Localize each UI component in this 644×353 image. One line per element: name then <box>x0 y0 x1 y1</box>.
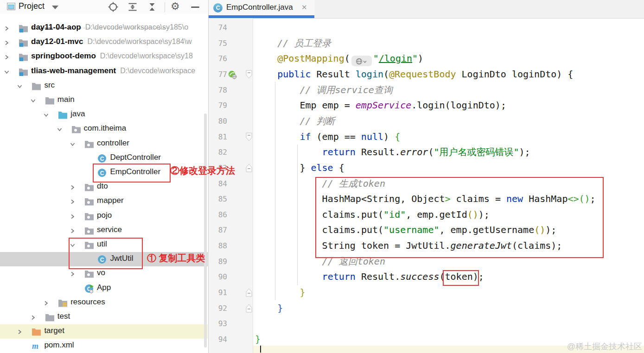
fold-marker-up-icon[interactable] <box>246 288 252 299</box>
tree-item-com-itheima[interactable]: com.itheima <box>0 122 208 136</box>
locate-icon[interactable] <box>108 2 118 12</box>
code-token: { <box>395 131 400 142</box>
chevron-collapsed-icon[interactable] <box>4 54 10 62</box>
code-token: @PostMapping <box>277 53 344 64</box>
endpoint-hint-pill[interactable] <box>351 56 372 66</box>
chevron-expanded-icon[interactable] <box>30 97 36 106</box>
fold-marker-up-icon[interactable] <box>246 164 252 174</box>
fold-marker-down-icon[interactable] <box>246 70 252 81</box>
tree-item-label: DeptController <box>110 153 161 162</box>
chevron-expanded-icon[interactable] <box>57 126 63 134</box>
chevron-collapsed-icon[interactable] <box>70 271 76 279</box>
chevron-collapsed-icon[interactable] <box>4 39 10 48</box>
line-number: 81 <box>209 129 227 145</box>
line-number: 74 <box>209 20 227 36</box>
chevron-collapsed-icon[interactable] <box>70 227 76 236</box>
tree-item-controller[interactable]: controller <box>0 137 208 151</box>
code-token: /login <box>379 53 412 64</box>
module-icon <box>19 67 28 76</box>
code-line-77[interactable]: public Result login(@RequestBody LoginDt… <box>255 67 573 82</box>
tree-item-resources[interactable]: resources <box>0 296 208 310</box>
tree-item-target[interactable]: target <box>0 324 208 339</box>
spring-mapping-icon[interactable] <box>228 70 237 81</box>
annotation-step1-label: ① 复制工具类 <box>147 252 205 265</box>
tree-item-main[interactable]: main <box>0 93 208 107</box>
chevron-expanded-icon[interactable] <box>17 83 23 91</box>
module-icon <box>19 38 28 46</box>
collapse-all-icon[interactable] <box>147 2 157 12</box>
line-number: 80 <box>209 113 227 129</box>
line-number: 87 <box>209 222 227 238</box>
code-token: ) <box>383 131 395 142</box>
resfolder-icon <box>58 298 67 307</box>
tree-scrollbar[interactable] <box>204 113 207 347</box>
code-token: ) <box>418 53 423 64</box>
code-line-78[interactable]: // 调用service查询 <box>255 82 393 98</box>
tree-item-label: controller <box>97 139 129 148</box>
tree-item-java[interactable]: java <box>0 107 208 122</box>
panel-title[interactable]: Project <box>19 1 45 11</box>
tree-item-label: vo <box>97 268 105 277</box>
tree-item-label: main <box>57 95 75 104</box>
line-number: 93 <box>209 316 227 332</box>
line-number: 91 <box>209 285 227 301</box>
fold-marker-down-icon[interactable] <box>246 132 252 143</box>
chevron-collapsed-icon[interactable] <box>70 198 76 207</box>
tree-item-tlias-web-management[interactable]: tlias-web-managementD:\devcode\workspace <box>0 64 208 79</box>
expand-all-icon[interactable] <box>128 2 138 12</box>
tree-item-label: com.itheima <box>84 124 127 133</box>
code-token: login <box>356 69 383 80</box>
code-line-79[interactable]: Emp emp = empService.login(loginDto); <box>255 98 506 113</box>
line-number: 84 <box>209 176 227 192</box>
tree-item-label: mapper <box>97 196 124 205</box>
code-line-83[interactable]: } else { <box>255 160 344 176</box>
code-token: Emp emp = <box>300 100 355 111</box>
tree-item-label: tlias-web-managementD:\devcode\workspace <box>31 66 195 76</box>
code-line-80[interactable]: // 判断 <box>255 113 335 129</box>
code-line-91[interactable]: } <box>255 285 305 301</box>
folder-icon <box>45 313 54 321</box>
project-tree: day11-03-txD:\devcode\workspace\sy185 da… <box>0 14 208 353</box>
tree-item-day11-04-aop[interactable]: day11-04-aopD:\devcode\workspace\sy185\o <box>0 21 208 35</box>
chevron-collapsed-icon[interactable] <box>70 184 76 192</box>
line-number: 78 <box>209 82 227 98</box>
chevron-expanded-icon[interactable] <box>70 141 76 149</box>
tree-item-day12-01-mvc[interactable]: day12-01-mvcD:\devcode\workspace\sy184\w <box>0 35 208 50</box>
settings-gear-icon[interactable]: ⚙ <box>171 0 180 13</box>
tree-item-label: dto <box>97 182 108 191</box>
tree-item-pojo[interactable]: pojo <box>0 209 208 223</box>
code-line-76[interactable]: @PostMapping("/login") <box>255 51 423 67</box>
chevron-collapsed-icon[interactable] <box>30 314 36 322</box>
code-token: } <box>300 287 305 298</box>
code-token: empService <box>356 100 411 111</box>
line-number: 79 <box>209 98 227 113</box>
line-number: 76 <box>209 51 227 67</box>
hide-panel-icon[interactable] <box>191 6 199 8</box>
code-line-82[interactable]: return Result.error("用户名或密码错误"); <box>255 145 530 160</box>
tree-item-src[interactable]: src <box>0 79 208 93</box>
tree-item-service[interactable]: service <box>0 223 208 238</box>
tree-item-app[interactable]: CApp <box>0 281 208 296</box>
chevron-collapsed-icon[interactable] <box>70 213 76 221</box>
code-line-75[interactable]: // 员工登录 <box>255 36 331 51</box>
chevron-down-icon[interactable] <box>52 6 58 9</box>
code-token: ( <box>344 53 350 64</box>
code-token: null <box>361 131 383 142</box>
chevron-collapsed-icon[interactable] <box>43 300 49 308</box>
fold-marker-up-icon[interactable] <box>246 304 252 315</box>
chevron-expanded-icon[interactable] <box>43 112 49 120</box>
annotation-util-jwtutil-box <box>69 238 143 269</box>
code-line-81[interactable]: if (emp == null) { <box>255 129 400 145</box>
tree-item-springboot-demo[interactable]: springboot-demoD:\devcode\workspace\sy18 <box>0 50 208 64</box>
chevron-expanded-icon[interactable] <box>4 69 10 77</box>
code-line-92[interactable]: } <box>255 301 283 316</box>
code-token: ( <box>383 69 389 80</box>
chevron-collapsed-icon[interactable] <box>17 328 23 337</box>
srcfolder-icon <box>58 110 67 119</box>
tab-title[interactable]: EmpController.java <box>226 3 293 12</box>
tree-item-mapper[interactable]: mapper <box>0 194 208 208</box>
chevron-collapsed-icon[interactable] <box>4 25 10 33</box>
tree-item-test[interactable]: test <box>0 310 208 324</box>
close-icon[interactable]: ✕ <box>301 3 307 12</box>
chevron-down-icon <box>363 59 367 64</box>
